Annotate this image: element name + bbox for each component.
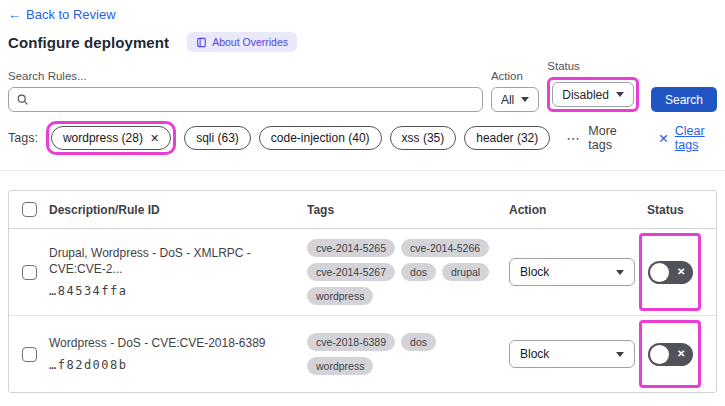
- tags-label: Tags:: [8, 131, 38, 145]
- toggle-x-icon: ✕: [677, 266, 685, 277]
- status-filter-dropdown[interactable]: Disabled: [552, 82, 634, 107]
- book-icon: [196, 37, 207, 48]
- more-tags-button[interactable]: ⋯ More tags: [566, 124, 628, 152]
- toggle-knob: [650, 263, 669, 282]
- column-header-tags: Tags: [307, 203, 509, 217]
- row-checkbox[interactable]: [22, 347, 37, 362]
- status-filter-value: Disabled: [562, 88, 609, 102]
- rule-id: …f82d008b: [49, 358, 293, 372]
- toggle-knob: [650, 345, 669, 364]
- tag-pill-label: wordpress (28): [63, 131, 143, 145]
- column-header-status: Status: [647, 203, 718, 217]
- clear-x-icon: ✕: [658, 131, 668, 146]
- search-group: Search Rules...: [8, 70, 483, 112]
- rule-tag: cve-2014-5267: [307, 263, 395, 281]
- rule-tag: wordpress: [307, 357, 373, 375]
- remove-tag-icon[interactable]: ✕: [150, 132, 159, 145]
- status-filter-highlight-box: Disabled: [547, 77, 639, 112]
- configure-deployment-page: ← Back to Review Configure deployment Ab…: [0, 0, 725, 406]
- rule-tags: cve-2018-6389 dos wordpress: [307, 333, 509, 375]
- search-rules-label: Search Rules...: [8, 70, 483, 82]
- status-filter-label: Status: [547, 60, 639, 72]
- status-toggle-off[interactable]: ✕: [648, 261, 693, 284]
- about-overrides-badge[interactable]: About Overrides: [187, 32, 297, 52]
- rule-description: Wordpress - DoS - CVE:CVE-2018-6389: [49, 336, 293, 352]
- back-to-review-link[interactable]: ← Back to Review: [8, 7, 116, 22]
- chevron-down-icon: [521, 97, 529, 102]
- table-header-row: Description/Rule ID Tags Action Status: [9, 191, 716, 229]
- rule-tag: dos: [401, 333, 436, 351]
- more-tags-label: More tags: [588, 124, 628, 152]
- tag-pill-xss[interactable]: xss (35): [390, 126, 457, 150]
- rule-tag: wordpress: [307, 287, 373, 305]
- rule-tag: cve-2014-5266: [401, 239, 489, 257]
- rule-description: Drupal, Wordpress - DoS - XMLRPC - CVE:C…: [49, 246, 293, 277]
- search-button[interactable]: Search: [651, 87, 717, 112]
- action-dropdown[interactable]: Block: [509, 340, 635, 368]
- about-overrides-label: About Overrides: [212, 36, 288, 48]
- rule-tag: cve-2018-6389: [307, 333, 395, 351]
- action-value: Block: [520, 347, 549, 361]
- action-filter-label: Action: [491, 70, 539, 82]
- back-link-label: Back to Review: [26, 7, 116, 22]
- back-arrow-icon: ←: [8, 7, 21, 22]
- section-divider: [0, 170, 725, 171]
- action-dropdown[interactable]: Block: [509, 258, 635, 286]
- toggle-x-icon: ✕: [677, 348, 685, 359]
- tag-pill-wordpress[interactable]: wordpress (28) ✕: [51, 126, 171, 150]
- tag-pill-sqli[interactable]: sqli (63): [184, 126, 251, 150]
- status-toggle-highlight-box: ✕: [639, 233, 701, 311]
- status-toggle-off[interactable]: ✕: [648, 343, 693, 366]
- rule-tags: cve-2014-5265 cve-2014-5266 cve-2014-526…: [307, 239, 509, 305]
- clear-tags-label: Clear tags: [675, 124, 717, 152]
- rule-tag: dos: [401, 263, 436, 281]
- rule-id: …84534ffa: [49, 284, 293, 298]
- column-header-description: Description/Rule ID: [49, 203, 307, 217]
- rule-tag: drupal: [442, 263, 489, 281]
- page-title: Configure deployment: [8, 34, 169, 51]
- chevron-down-icon: [616, 270, 624, 275]
- selected-tag-highlight-box: wordpress (28) ✕: [46, 121, 176, 155]
- filter-row: Search Rules... Action All Status: [8, 60, 717, 112]
- chevron-down-icon: [616, 92, 624, 97]
- table-row: Wordpress - DoS - CVE:CVE-2018-6389 …f82…: [9, 316, 716, 392]
- action-filter-group: Action All: [491, 70, 539, 112]
- rule-tag: cve-2014-5265: [307, 239, 395, 257]
- table-row: Drupal, Wordpress - DoS - XMLRPC - CVE:C…: [9, 229, 716, 316]
- action-filter-value: All: [501, 93, 514, 107]
- tag-pill-header[interactable]: header (32): [464, 126, 550, 150]
- row-checkbox[interactable]: [22, 265, 37, 280]
- tags-bar: Tags: wordpress (28) ✕ sqli (63) code-in…: [8, 121, 717, 155]
- rules-table: Description/Rule ID Tags Action Status D…: [8, 190, 717, 393]
- search-rules-input[interactable]: [8, 87, 483, 112]
- select-all-checkbox[interactable]: [22, 202, 37, 217]
- status-toggle-highlight-box: ✕: [639, 320, 701, 388]
- chevron-down-icon: [616, 352, 624, 357]
- action-filter-dropdown[interactable]: All: [491, 87, 539, 112]
- action-value: Block: [520, 265, 549, 279]
- column-header-action: Action: [509, 203, 647, 217]
- status-filter-group: Status Disabled: [547, 60, 639, 112]
- tag-pill-code-injection[interactable]: code-injection (40): [259, 126, 382, 150]
- title-row: Configure deployment About Overrides: [8, 32, 297, 52]
- clear-tags-link[interactable]: ✕ Clear tags: [658, 124, 717, 152]
- ellipsis-icon: ⋯: [566, 130, 581, 146]
